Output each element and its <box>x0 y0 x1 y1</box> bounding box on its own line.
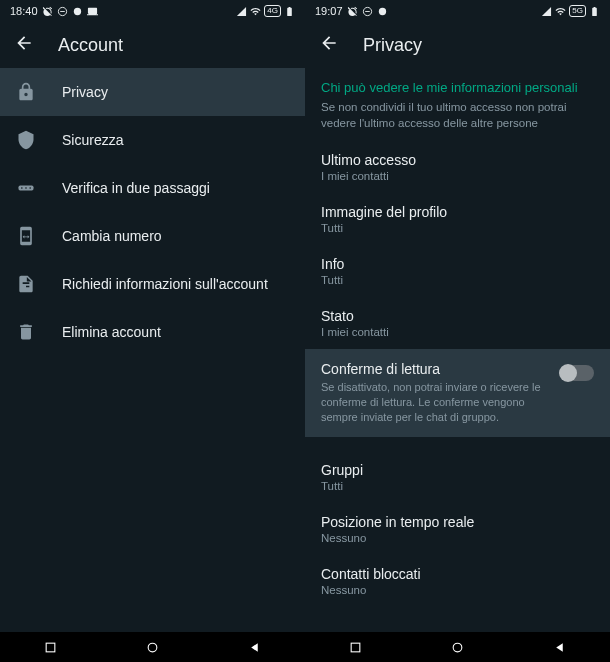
network-badge: 5G <box>569 5 586 17</box>
menu-label: Verifica in due passaggi <box>62 180 210 196</box>
menu-label: Richiedi informazioni sull'account <box>62 276 268 292</box>
menu-item-privacy[interactable]: Privacy <box>0 68 305 116</box>
svg-point-4 <box>21 187 23 189</box>
menu-item-change-number[interactable]: Cambia numero <box>0 212 305 260</box>
setting-desc: Se disattivato, non potrai inviare o ric… <box>321 380 548 425</box>
nav-bar <box>305 632 610 662</box>
svg-rect-12 <box>351 643 360 652</box>
network-badge: 4G <box>264 5 281 17</box>
status-time: 18:40 <box>10 5 38 17</box>
setting-title: Stato <box>321 308 594 324</box>
wifi-icon <box>555 6 566 17</box>
nav-back[interactable] <box>539 641 579 654</box>
svg-point-13 <box>453 643 462 652</box>
toggle-knob <box>559 364 577 382</box>
shield-icon <box>16 130 36 150</box>
header-title: Privacy <box>363 35 422 56</box>
trash-icon <box>16 322 36 342</box>
menu-item-security[interactable]: Sicurezza <box>0 116 305 164</box>
svg-rect-7 <box>46 643 55 652</box>
back-icon[interactable] <box>14 33 34 57</box>
battery-icon <box>284 6 295 17</box>
setting-title: Contatti bloccati <box>321 566 594 582</box>
header-title: Account <box>58 35 123 56</box>
phone-swap-icon <box>16 226 36 246</box>
setting-value: I miei contatti <box>321 170 594 182</box>
privacy-content: Chi può vedere le mie informazioni perso… <box>305 68 610 632</box>
signal-icon <box>541 6 552 17</box>
battery-icon <box>589 6 600 17</box>
status-bar: 18:40 4G <box>0 0 305 22</box>
nav-home[interactable] <box>437 641 477 654</box>
account-menu: Privacy Sicurezza Verifica in due passag… <box>0 68 305 632</box>
setting-info[interactable]: Info Tutti <box>305 245 610 297</box>
menu-label: Sicurezza <box>62 132 123 148</box>
setting-read-receipts[interactable]: Conferme di lettura Se disattivato, non … <box>305 349 610 437</box>
setting-groups[interactable]: Gruppi Tutti <box>305 451 610 503</box>
dnd-icon <box>362 6 373 17</box>
setting-title: Ultimo accesso <box>321 152 594 168</box>
section-desc: Se non condividi il tuo ultimo accesso n… <box>305 99 610 141</box>
alarm-off-icon <box>347 6 358 17</box>
section-header: Chi può vedere le mie informazioni perso… <box>305 68 610 99</box>
signal-icon <box>236 6 247 17</box>
svg-point-8 <box>148 643 157 652</box>
setting-blocked-contacts[interactable]: Contatti bloccati Nessuno <box>305 555 610 607</box>
svg-point-6 <box>29 187 31 189</box>
wifi-icon <box>250 6 261 17</box>
alarm-off-icon <box>42 6 53 17</box>
svg-point-2 <box>73 7 80 14</box>
setting-title: Info <box>321 256 594 272</box>
status-bar: 19:07 5G <box>305 0 610 22</box>
setting-title: Posizione in tempo reale <box>321 514 594 530</box>
setting-title: Conferme di lettura <box>321 361 548 377</box>
setting-value: Tutti <box>321 480 594 492</box>
svg-point-11 <box>378 7 385 14</box>
setting-value: I miei contatti <box>321 326 594 338</box>
lock-icon <box>16 82 36 102</box>
dnd-icon <box>57 6 68 17</box>
account-screen: 18:40 4G Account Privacy Sicurezza Verif… <box>0 0 305 662</box>
header: Privacy <box>305 22 610 68</box>
setting-last-seen[interactable]: Ultimo accesso I miei contatti <box>305 141 610 193</box>
document-icon <box>16 274 36 294</box>
vodafone-icon <box>377 6 388 17</box>
setting-profile-photo[interactable]: Immagine del profilo Tutti <box>305 193 610 245</box>
menu-label: Elimina account <box>62 324 161 340</box>
menu-label: Privacy <box>62 84 108 100</box>
nav-recents[interactable] <box>336 641 376 654</box>
setting-value: Nessuno <box>321 532 594 544</box>
laptop-icon <box>87 6 98 17</box>
menu-item-delete-account[interactable]: Elimina account <box>0 308 305 356</box>
menu-item-two-step[interactable]: Verifica in due passaggi <box>0 164 305 212</box>
setting-title: Gruppi <box>321 462 594 478</box>
setting-live-location[interactable]: Posizione in tempo reale Nessuno <box>305 503 610 555</box>
menu-item-request-info[interactable]: Richiedi informazioni sull'account <box>0 260 305 308</box>
setting-value: Tutti <box>321 222 594 234</box>
setting-title: Immagine del profilo <box>321 204 594 220</box>
setting-status[interactable]: Stato I miei contatti <box>305 297 610 349</box>
nav-back[interactable] <box>234 641 274 654</box>
back-icon[interactable] <box>319 33 339 57</box>
nav-recents[interactable] <box>31 641 71 654</box>
setting-value: Tutti <box>321 274 594 286</box>
svg-point-5 <box>25 187 27 189</box>
menu-label: Cambia numero <box>62 228 162 244</box>
nav-home[interactable] <box>132 641 172 654</box>
toggle-switch[interactable] <box>560 365 594 381</box>
dots-icon <box>16 178 36 198</box>
privacy-screen: 19:07 5G Privacy Chi può vedere le mie i… <box>305 0 610 662</box>
header: Account <box>0 22 305 68</box>
vodafone-icon <box>72 6 83 17</box>
setting-value: Nessuno <box>321 584 594 596</box>
status-time: 19:07 <box>315 5 343 17</box>
nav-bar <box>0 632 305 662</box>
